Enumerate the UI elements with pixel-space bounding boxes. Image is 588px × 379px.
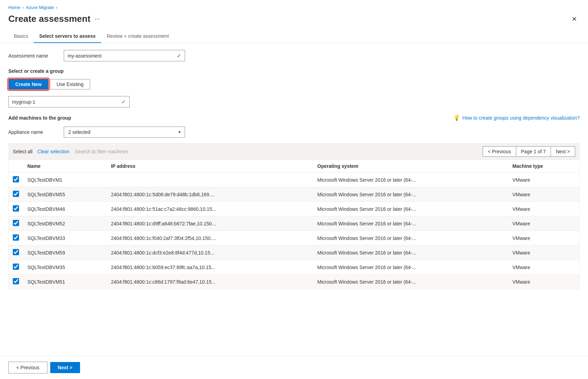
col-type: Machine type [508, 160, 580, 173]
row-ip: 2404:f801:4800:1c:f040:2af7:3f04:2f54,10… [107, 231, 313, 246]
clear-selection-link[interactable]: Clear selection [37, 149, 70, 154]
table-row: SQLTestDBVM352404:f801:4800:1c:b059:ec37… [9, 260, 580, 275]
table-body: SQLTestDBVM1Microsoft Windows Server 201… [9, 173, 580, 289]
appliance-value: 2 selected [68, 129, 90, 135]
row-name: SQLTestDBVM59 [23, 246, 107, 260]
row-checkbox-cell[interactable] [9, 202, 24, 216]
tab-review[interactable]: Review + create assessment [101, 30, 174, 43]
row-checkbox-cell[interactable] [9, 275, 24, 289]
row-checkbox[interactable] [13, 234, 19, 241]
table-row: SQLTestDBVM592404:f801:4800:1c:dcf3:e2e8… [9, 246, 580, 260]
pagination: < Previous Page 1 of 7 Next > [483, 146, 575, 157]
row-os: Microsoft Windows Server 2016 or later (… [313, 187, 508, 202]
row-machine-type: VMware [508, 173, 580, 187]
close-button[interactable]: ✕ [569, 14, 580, 24]
group-section-label: Select or create a group [8, 68, 580, 74]
row-ip: 2404:f801:4800:1c:d9ff:a646:b672:7fae,10… [107, 216, 313, 231]
col-ip: IP address [107, 160, 313, 173]
col-checkbox [9, 160, 24, 173]
row-checkbox[interactable] [13, 264, 19, 270]
row-name: SQLTestDBVM1 [23, 173, 107, 187]
row-checkbox-cell[interactable] [9, 173, 24, 187]
row-checkbox-cell[interactable] [9, 246, 24, 260]
row-os: Microsoft Windows Server 2016 or later (… [313, 173, 508, 187]
chevron-down-icon: ▾ [178, 130, 181, 135]
table-row: SQLTestDBVM332404:f801:4800:1c:f040:2af7… [9, 231, 580, 246]
group-name-value: mygroup-1 [12, 99, 35, 105]
row-ip: 2404:f801:4800:1c:51ac:c7a2:46cc:9860,10… [107, 202, 313, 216]
row-checkbox-cell[interactable] [9, 216, 24, 231]
row-ip: 2404:f801:4800:1c:b059:ec37:89fc:aa7a,10… [107, 260, 313, 275]
row-machine-type: VMware [508, 187, 580, 202]
group-name-input[interactable]: mygroup-1 ✓ [8, 96, 130, 107]
footer: < Previous Next > [0, 356, 588, 379]
table-row: SQLTestDBVM1Microsoft Windows Server 201… [9, 173, 580, 187]
row-checkbox[interactable] [13, 249, 19, 255]
col-name: Name [23, 160, 107, 173]
appliance-select[interactable]: 2 selected ▾ [64, 127, 185, 138]
row-checkbox[interactable] [13, 205, 19, 212]
select-all-link[interactable]: Select all [13, 149, 33, 154]
create-new-button[interactable]: Create New [8, 79, 49, 90]
table-row: SQLTestDBVM462404:f801:4800:1c:51ac:c7a2… [9, 202, 580, 216]
row-ip [107, 173, 313, 187]
row-os: Microsoft Windows Server 2016 or later (… [313, 260, 508, 275]
row-os: Microsoft Windows Server 2016 or later (… [313, 246, 508, 260]
next-page-button[interactable]: Next > [551, 146, 575, 157]
prev-page-button[interactable]: < Previous [483, 146, 516, 157]
use-existing-button[interactable]: Use Existing [50, 79, 90, 89]
row-ip: 2404:f801:4800:1c:c86d:1797:f9ad:6e47,10… [107, 275, 313, 289]
table-row: SQLTestDBVM522404:f801:4800:1c:d9ff:a646… [9, 216, 580, 231]
row-machine-type: VMware [508, 246, 580, 260]
breadcrumb-sep-2: › [56, 5, 58, 10]
breadcrumb-home[interactable]: Home [8, 5, 20, 10]
more-options-icon[interactable]: ··· [95, 15, 100, 23]
footer-prev-button[interactable]: < Previous [8, 362, 47, 373]
machines-table: Name IP address Operating system Machine… [8, 160, 580, 289]
row-name: SQLTestDBVM52 [23, 216, 107, 231]
breadcrumb: Home › Azure Migrate › [0, 0, 588, 12]
breadcrumb-sep-1: › [23, 5, 24, 10]
assessment-name-input[interactable]: my-assessment ✓ [64, 50, 185, 61]
row-machine-type: VMware [508, 231, 580, 246]
tab-select-servers[interactable]: Select servers to assess [34, 30, 101, 43]
appliance-label: Appliance name [8, 129, 64, 135]
row-checkbox-cell[interactable] [9, 231, 24, 246]
assessment-name-label: Assessment name [8, 53, 64, 59]
assessment-name-row: Assessment name my-assessment ✓ [8, 50, 580, 61]
appliance-row: Appliance name 2 selected ▾ [8, 127, 580, 138]
row-name: SQLTestDBVM33 [23, 231, 107, 246]
row-checkbox-cell[interactable] [9, 187, 24, 202]
row-os: Microsoft Windows Server 2016 or later (… [313, 231, 508, 246]
page-title: Create assessment [8, 14, 90, 24]
assessment-valid-icon: ✓ [177, 52, 181, 59]
row-ip: 2404:f801:4800:1c:dcf3:e2e8:8f4d:477d,10… [107, 246, 313, 260]
row-os: Microsoft Windows Server 2016 or later (… [313, 202, 508, 216]
group-valid-icon: ✓ [121, 98, 126, 105]
row-checkbox[interactable] [13, 176, 19, 182]
row-os: Microsoft Windows Server 2016 or later (… [313, 216, 508, 231]
row-checkbox[interactable] [13, 278, 19, 284]
footer-next-button[interactable]: Next > [50, 362, 80, 373]
breadcrumb-azure-migrate[interactable]: Azure Migrate [26, 5, 54, 10]
tabs-container: Basics Select servers to assess Review +… [0, 30, 588, 43]
tab-basics[interactable]: Basics [8, 30, 34, 43]
row-checkbox[interactable] [13, 191, 19, 197]
bulb-icon: 💡 [453, 114, 460, 121]
row-checkbox[interactable] [13, 220, 19, 226]
assessment-name-value: my-assessment [68, 53, 102, 59]
row-machine-type: VMware [508, 202, 580, 216]
table-header: Name IP address Operating system Machine… [9, 160, 580, 173]
row-name: SQLTestDBVM51 [23, 275, 107, 289]
add-machines-label: Add machines to the group [8, 115, 71, 121]
row-machine-type: VMware [508, 216, 580, 231]
page-info: Page 1 of 7 [516, 146, 551, 157]
row-name: SQLTestDBVM46 [23, 202, 107, 216]
help-link-text: How to create groups using dependency vi… [462, 115, 580, 121]
table-row: SQLTestDBVM552404:f801:4800:1c:5d08:de79… [9, 187, 580, 202]
col-os: Operating system [313, 160, 508, 173]
row-checkbox-cell[interactable] [9, 260, 24, 275]
help-link[interactable]: 💡 How to create groups using dependency … [453, 114, 580, 121]
row-os: Microsoft Windows Server 2016 or later (… [313, 275, 508, 289]
add-machines-row: Add machines to the group 💡 How to creat… [8, 114, 580, 121]
